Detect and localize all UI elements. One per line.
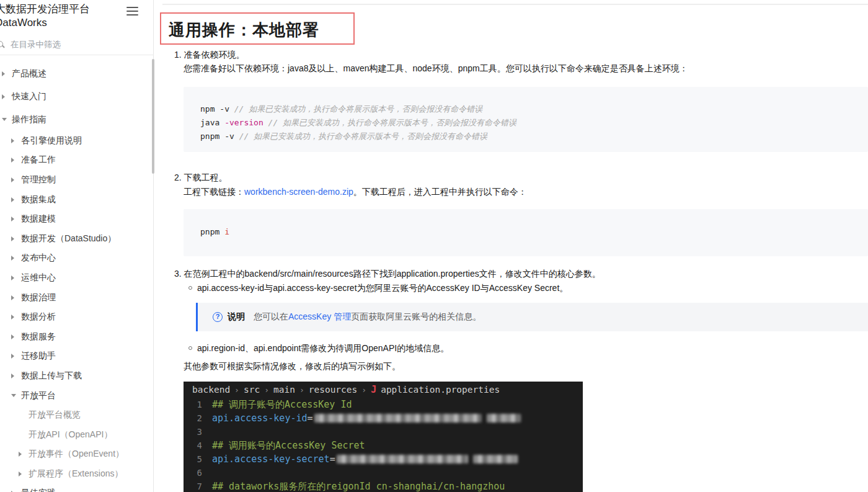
chevron-right-icon[interactable] xyxy=(2,71,8,76)
chevron-right-icon[interactable] xyxy=(11,354,17,359)
chevron-right-icon[interactable] xyxy=(11,334,17,339)
sidebar-item-label: 快速入门 xyxy=(12,91,46,102)
sidebar-item-label: 迁移助手 xyxy=(21,351,56,362)
chevron-right-icon[interactable] xyxy=(11,236,17,241)
step3-heading: 3. 在范例工程中的backend/src/main/resources路径下找… xyxy=(174,267,601,280)
sidebar-item[interactable]: 最佳实践 xyxy=(0,484,153,492)
bullet-icon xyxy=(188,346,192,350)
sidebar-item-label: 开放平台 xyxy=(21,390,56,401)
search-icon xyxy=(0,40,5,49)
sidebar-item-label: 数据分析 xyxy=(21,311,56,323)
sidebar-item[interactable]: 准备工作 xyxy=(0,151,153,171)
chevron-right-icon[interactable] xyxy=(11,158,17,163)
code-comment: // 如果已安装成功，执行命令将展示版本号，否则会报没有命令错误 xyxy=(264,118,516,127)
editor-line: 2api.access-key-id= xyxy=(184,411,583,425)
toc-search[interactable] xyxy=(0,34,154,55)
chevron-right-icon[interactable] xyxy=(11,315,17,320)
menu-icon[interactable] xyxy=(126,7,138,16)
sidebar-item[interactable]: 管理控制 xyxy=(0,170,153,190)
note-text: 您可以在AccessKey 管理页面获取阿里云账号的相关信息。 xyxy=(254,311,481,323)
line-number: 2 xyxy=(184,413,212,423)
line-number: 4 xyxy=(184,441,212,450)
code-line: java -version // 如果已安装成功，执行命令将展示版本号，否则会报… xyxy=(200,116,868,130)
bullet-text: api.region-id、api.endpoint需修改为待调用OpenAPI… xyxy=(197,342,449,354)
chevron-right-icon[interactable] xyxy=(11,197,17,202)
sidebar-item[interactable]: 产品概述 xyxy=(0,62,153,85)
breadcrumb-separator: › xyxy=(264,385,269,395)
line-number: 5 xyxy=(184,454,212,464)
sidebar-item[interactable]: 数据开发（DataStudio） xyxy=(0,229,153,249)
sidebar-item[interactable]: 数据服务 xyxy=(0,327,153,347)
sidebar-item-label: 扩展程序（Extensions） xyxy=(29,468,123,480)
step1-heading: 1. 准备依赖环境。 xyxy=(174,48,245,61)
sidebar-item[interactable]: 开放API（OpenAPI） xyxy=(0,425,153,445)
chevron-right-icon[interactable] xyxy=(11,217,17,221)
sidebar-item-label: 开放API（OpenAPI） xyxy=(29,429,112,441)
sidebar-item-label: 开放平台概览 xyxy=(29,409,81,421)
sidebar-item[interactable]: 操作指南 xyxy=(0,108,153,131)
sidebar-item[interactable]: 数据分析 xyxy=(0,307,153,327)
sidebar-item[interactable]: 快速入门 xyxy=(0,85,153,108)
product-title-line2: DataWorks xyxy=(0,16,153,30)
sidebar-item[interactable]: 数据治理 xyxy=(0,288,153,308)
sidebar-item[interactable]: 迁移助手 xyxy=(0,347,153,367)
breadcrumb-separator: › xyxy=(234,385,239,395)
code-comment: // 如果已安装成功，执行命令将展示版本号，否则会报没有命令错误 xyxy=(239,132,487,141)
code-block-pnpm-install: pnpm i xyxy=(184,209,868,256)
chevron-right-icon[interactable] xyxy=(2,94,8,99)
code-editor-screenshot: backend›src›main›resources›Japplication.… xyxy=(184,382,583,492)
line-number: 3 xyxy=(184,427,212,437)
page-title: 通用操作：本地部署 xyxy=(169,19,353,41)
chevron-right-icon[interactable] xyxy=(11,177,17,182)
chevron-right-icon[interactable] xyxy=(11,275,17,280)
sidebar-item[interactable]: 发布中心 xyxy=(0,249,153,269)
sidebar-item-label: 数据建模 xyxy=(21,213,56,225)
search-input[interactable] xyxy=(11,40,122,49)
step1-paragraph: 您需准备好以下依赖环境：java8及以上、maven构建工具、node环境、pn… xyxy=(184,62,688,74)
code-comment: // 如果已安装成功，执行命令将展示版本号，否则会报没有命令错误 xyxy=(234,104,482,114)
redacted-value xyxy=(314,414,482,423)
chevron-down-icon[interactable] xyxy=(2,118,8,121)
chevron-right-icon[interactable] xyxy=(19,452,25,457)
chevron-right-icon[interactable] xyxy=(11,138,17,143)
step3-closing-paragraph: 其他参数可根据实际情况修改，修改后的填写示例如下。 xyxy=(184,360,401,372)
help-circle-icon: ? xyxy=(213,312,223,322)
code-line: pnpm -v // 如果已安装成功，执行命令将展示版本号，否则会报没有命令错误 xyxy=(200,130,868,143)
java-file-icon: J xyxy=(371,384,376,395)
breadcrumb: backend›src›main›resources›Japplication.… xyxy=(184,382,583,398)
breadcrumb-separator: › xyxy=(299,385,304,395)
sidebar-item[interactable]: 数据集成 xyxy=(0,190,153,210)
sidebar-item[interactable]: 扩展程序（Extensions） xyxy=(0,464,153,484)
sidebar-item-label: 产品概述 xyxy=(12,68,46,79)
line-number: 7 xyxy=(184,481,212,491)
chevron-right-icon[interactable] xyxy=(11,373,17,378)
editor-line: 4## 调用账号的AccessKey Secret xyxy=(184,439,583,452)
sidebar-item[interactable]: 开放事件（OpenEvent） xyxy=(0,445,153,465)
accesskey-manage-link[interactable]: AccessKey 管理 xyxy=(288,311,351,321)
content-top-divider xyxy=(162,4,868,5)
sidebar-item[interactable]: 数据上传与下载 xyxy=(0,366,153,386)
sidebar-item[interactable]: 开放平台 xyxy=(0,386,153,406)
sidebar-item-label: 数据开发（DataStudio） xyxy=(21,233,116,244)
sidebar-item-label: 管理控制 xyxy=(21,174,56,186)
sidebar-item-label: 发布中心 xyxy=(21,253,56,264)
sidebar-item-label: 运维中心 xyxy=(21,272,56,284)
annotation-highlight-box: 通用操作：本地部署 xyxy=(160,12,355,45)
sidebar-nav: 产品概述快速入门操作指南各引擎使用说明准备工作管理控制数据集成数据建模数据开发（… xyxy=(0,62,153,492)
sidebar-item[interactable]: 开放平台概览 xyxy=(0,405,153,425)
sidebar-item[interactable]: 运维中心 xyxy=(0,268,153,288)
editor-line: 5api.access-key-secret= xyxy=(184,452,583,466)
chevron-down-icon[interactable] xyxy=(11,394,17,397)
chevron-right-icon[interactable] xyxy=(11,295,17,300)
breadcrumb-filename: application.properties xyxy=(381,385,500,395)
code-block-env-check: npm -v // 如果已安装成功，执行命令将展示版本号，否则会报没有命令错误 … xyxy=(184,87,868,152)
download-zip-link[interactable]: workbench-screen-demo.zip xyxy=(244,187,353,197)
bullet-item: api.region-id、api.endpoint需修改为待调用OpenAPI… xyxy=(188,342,449,354)
sidebar-item[interactable]: 各引擎使用说明 xyxy=(0,131,153,151)
sidebar-item-label: 数据集成 xyxy=(21,194,56,205)
chevron-right-icon[interactable] xyxy=(19,472,25,476)
chevron-right-icon[interactable] xyxy=(11,256,17,261)
editor-line: 6 xyxy=(184,466,583,480)
sidebar-item[interactable]: 数据建模 xyxy=(0,209,153,229)
note-callout: ? 说明 您可以在AccessKey 管理页面获取阿里云账号的相关信息。 xyxy=(196,303,868,331)
